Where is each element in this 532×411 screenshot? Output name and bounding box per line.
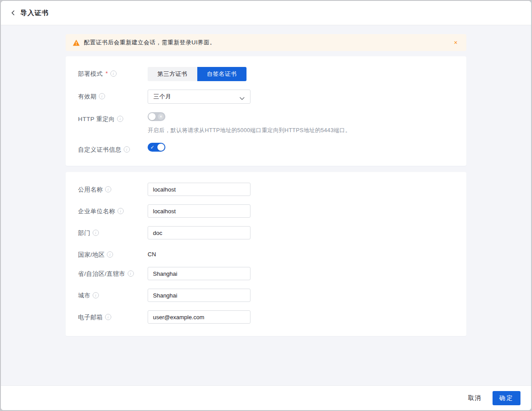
required-mark: * (106, 70, 108, 77)
email-label: 电子邮箱 i (78, 310, 148, 324)
custom-cert-info-row: 自定义证书信息 i ✓ (78, 143, 454, 153)
http-redirect-row: HTTP 重定向 i × 开启后，默认将请求从HTTP地址的5000端口重定向到… (78, 112, 454, 134)
certificate-settings-card: 部署模式* i 第三方证书 自签名证书 有效期 i (66, 56, 466, 166)
cancel-button[interactable]: 取消 (468, 394, 481, 402)
main-content: 配置证书后会重新建立会话，需重新登录UI界面。 × 部署模式* i 第三方证书 … (1, 25, 531, 385)
org-name-label: 企业单位名称 i (78, 204, 148, 218)
http-redirect-label: HTTP 重定向 i (78, 112, 148, 134)
country-value: CN (148, 248, 454, 258)
deploy-mode-segmented-control: 第三方证书 自签名证书 (148, 67, 246, 81)
info-icon[interactable]: i (117, 208, 124, 214)
http-redirect-toggle[interactable]: × (148, 112, 165, 121)
toggle-off-icon: × (158, 114, 164, 120)
province-label: 省/自治区/直辖市 i (78, 267, 148, 280)
department-row: 部门 i (78, 226, 454, 239)
email-row: 电子邮箱 i (78, 310, 454, 324)
toggle-knob (157, 144, 164, 151)
page-title: 导入证书 (20, 9, 49, 17)
footer-action-bar: 取消 确定 (1, 385, 531, 410)
info-icon[interactable]: i (128, 270, 134, 277)
department-input[interactable] (148, 226, 250, 239)
toggle-on-icon: ✓ (150, 144, 154, 151)
certificate-info-card: 公用名称 i 企业单位名称 i (66, 172, 466, 336)
warning-banner: 配置证书后会重新建立会话，需重新登录UI界面。 × (66, 34, 466, 51)
back-icon[interactable] (11, 10, 16, 16)
city-label: 城市 i (78, 289, 148, 302)
info-icon[interactable]: i (110, 70, 117, 77)
city-row: 城市 i (78, 289, 454, 302)
org-name-input[interactable] (148, 204, 250, 218)
validity-selected-value: 三个月 (153, 93, 239, 101)
deploy-mode-row: 部署模式* i 第三方证书 自签名证书 (78, 67, 454, 81)
country-row: 国家/地区 i CN (78, 248, 454, 258)
email-input[interactable] (148, 310, 250, 324)
info-icon[interactable]: i (99, 93, 105, 99)
toggle-knob (149, 113, 156, 120)
http-redirect-help-text: 开启后，默认将请求从HTTP地址的5000端口重定向到HTTPS地址的5443端… (148, 127, 454, 134)
province-input[interactable] (148, 267, 250, 280)
warning-message: 配置证书后会重新建立会话，需重新登录UI界面。 (84, 39, 448, 47)
country-label: 国家/地区 i (78, 248, 148, 258)
warning-icon (73, 39, 80, 46)
info-icon[interactable]: i (105, 186, 111, 192)
info-icon[interactable]: i (93, 230, 99, 236)
validity-label: 有效期 i (78, 90, 148, 104)
third-party-cert-button[interactable]: 第三方证书 (148, 67, 197, 81)
info-icon[interactable]: i (124, 146, 130, 153)
info-icon[interactable]: i (105, 314, 111, 320)
chevron-down-icon (239, 95, 245, 98)
custom-cert-info-label: 自定义证书信息 i (78, 143, 148, 153)
city-input[interactable] (148, 289, 250, 302)
info-icon[interactable]: i (107, 251, 113, 258)
info-icon[interactable]: i (117, 116, 123, 122)
province-row: 省/自治区/直辖市 i (78, 267, 454, 280)
self-signed-cert-button[interactable]: 自签名证书 (197, 67, 247, 81)
confirm-button[interactable]: 确定 (493, 391, 520, 405)
department-label: 部门 i (78, 226, 148, 239)
info-icon[interactable]: i (93, 292, 99, 298)
close-icon[interactable]: × (452, 39, 459, 47)
validity-select[interactable]: 三个月 (148, 90, 250, 104)
common-name-label: 公用名称 i (78, 183, 148, 196)
top-bar: 导入证书 (1, 1, 531, 25)
deploy-mode-label: 部署模式* i (78, 67, 148, 81)
validity-row: 有效期 i 三个月 (78, 90, 454, 104)
common-name-row: 公用名称 i (78, 183, 454, 196)
import-certificate-page: 导入证书 配置证书后会重新建立会话，需重新登录UI界面。 × 部署模式* (0, 0, 532, 411)
org-name-row: 企业单位名称 i (78, 204, 454, 218)
common-name-input[interactable] (148, 183, 250, 196)
custom-cert-info-toggle[interactable]: ✓ (148, 143, 165, 152)
